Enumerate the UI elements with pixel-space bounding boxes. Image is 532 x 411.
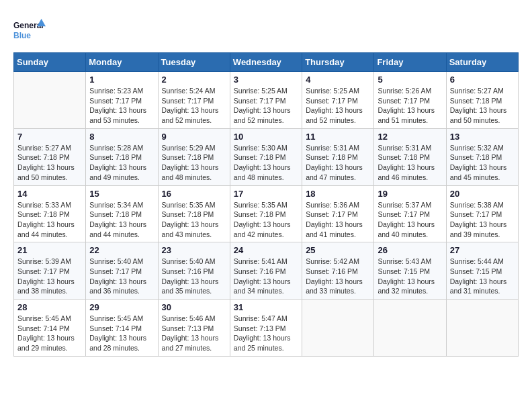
calendar-table: SundayMondayTuesdayWednesdayThursdayFrid… — [13, 52, 519, 357]
weekday-header-monday: Monday — [86, 53, 158, 72]
day-number: 5 — [378, 75, 442, 85]
day-number: 31 — [234, 302, 298, 312]
calendar-cell — [302, 300, 374, 357]
day-number: 1 — [89, 75, 154, 85]
day-number: 29 — [89, 302, 154, 312]
weekday-header-thursday: Thursday — [302, 53, 374, 72]
calendar-cell — [446, 300, 518, 357]
day-number: 4 — [306, 75, 370, 85]
day-number: 13 — [450, 132, 515, 142]
day-number: 16 — [162, 189, 226, 199]
calendar-cell — [374, 300, 446, 357]
calendar-cell: 21 Sunrise: 5:39 AM Sunset: 7:17 PM Dayl… — [14, 242, 86, 300]
week-row-3: 14 Sunrise: 5:33 AM Sunset: 7:18 PM Dayl… — [14, 185, 519, 242]
day-info: Sunrise: 5:28 AM Sunset: 7:18 PM Dayligh… — [89, 143, 154, 183]
calendar-cell: 30 Sunrise: 5:46 AM Sunset: 7:13 PM Dayl… — [158, 300, 230, 357]
calendar-cell: 5 Sunrise: 5:26 AM Sunset: 7:17 PM Dayli… — [374, 72, 446, 129]
week-row-4: 21 Sunrise: 5:39 AM Sunset: 7:17 PM Dayl… — [14, 242, 519, 300]
page-header: General Blue — [13, 13, 519, 46]
week-row-2: 7 Sunrise: 5:27 AM Sunset: 7:18 PM Dayli… — [14, 128, 519, 185]
day-info: Sunrise: 5:37 AM Sunset: 7:17 PM Dayligh… — [378, 200, 442, 240]
calendar-cell: 27 Sunrise: 5:44 AM Sunset: 7:15 PM Dayl… — [446, 242, 518, 300]
day-info: Sunrise: 5:33 AM Sunset: 7:18 PM Dayligh… — [17, 200, 82, 240]
day-number: 8 — [89, 132, 154, 142]
day-info: Sunrise: 5:26 AM Sunset: 7:17 PM Dayligh… — [378, 86, 442, 126]
calendar-cell: 11 Sunrise: 5:31 AM Sunset: 7:18 PM Dayl… — [302, 128, 374, 185]
day-number: 14 — [17, 189, 82, 199]
weekday-header-row: SundayMondayTuesdayWednesdayThursdayFrid… — [14, 53, 519, 72]
day-number: 6 — [450, 75, 515, 85]
day-info: Sunrise: 5:32 AM Sunset: 7:18 PM Dayligh… — [450, 143, 515, 183]
calendar-cell: 16 Sunrise: 5:35 AM Sunset: 7:18 PM Dayl… — [158, 185, 230, 242]
day-info: Sunrise: 5:27 AM Sunset: 7:18 PM Dayligh… — [17, 143, 82, 183]
calendar-cell: 15 Sunrise: 5:34 AM Sunset: 7:18 PM Dayl… — [86, 185, 158, 242]
calendar-cell: 10 Sunrise: 5:30 AM Sunset: 7:18 PM Dayl… — [230, 128, 302, 185]
calendar-cell: 9 Sunrise: 5:29 AM Sunset: 7:18 PM Dayli… — [158, 128, 230, 185]
calendar-cell: 25 Sunrise: 5:42 AM Sunset: 7:16 PM Dayl… — [302, 242, 374, 300]
calendar-cell: 6 Sunrise: 5:27 AM Sunset: 7:18 PM Dayli… — [446, 72, 518, 129]
day-info: Sunrise: 5:34 AM Sunset: 7:18 PM Dayligh… — [89, 200, 154, 240]
day-info: Sunrise: 5:46 AM Sunset: 7:13 PM Dayligh… — [162, 314, 226, 353]
weekday-header-wednesday: Wednesday — [230, 53, 302, 72]
day-info: Sunrise: 5:25 AM Sunset: 7:17 PM Dayligh… — [306, 86, 370, 126]
day-info: Sunrise: 5:45 AM Sunset: 7:14 PM Dayligh… — [17, 314, 82, 353]
day-number: 27 — [450, 245, 515, 255]
day-number: 28 — [17, 302, 82, 312]
day-info: Sunrise: 5:41 AM Sunset: 7:16 PM Dayligh… — [234, 257, 298, 296]
day-info: Sunrise: 5:25 AM Sunset: 7:17 PM Dayligh… — [234, 86, 298, 126]
calendar-cell: 12 Sunrise: 5:31 AM Sunset: 7:18 PM Dayl… — [374, 128, 446, 185]
day-number: 22 — [89, 245, 154, 255]
day-info: Sunrise: 5:40 AM Sunset: 7:17 PM Dayligh… — [89, 257, 154, 296]
day-number: 24 — [234, 245, 298, 255]
calendar-cell: 7 Sunrise: 5:27 AM Sunset: 7:18 PM Dayli… — [14, 128, 86, 185]
calendar-cell: 3 Sunrise: 5:25 AM Sunset: 7:17 PM Dayli… — [230, 72, 302, 129]
calendar-cell: 1 Sunrise: 5:23 AM Sunset: 7:17 PM Dayli… — [86, 72, 158, 129]
calendar-cell: 22 Sunrise: 5:40 AM Sunset: 7:17 PM Dayl… — [86, 242, 158, 300]
day-info: Sunrise: 5:47 AM Sunset: 7:13 PM Dayligh… — [234, 314, 298, 353]
day-number: 15 — [89, 189, 154, 199]
calendar-cell: 14 Sunrise: 5:33 AM Sunset: 7:18 PM Dayl… — [14, 185, 86, 242]
day-info: Sunrise: 5:30 AM Sunset: 7:18 PM Dayligh… — [234, 143, 298, 183]
calendar-cell: 23 Sunrise: 5:40 AM Sunset: 7:16 PM Dayl… — [158, 242, 230, 300]
day-number: 18 — [306, 189, 370, 199]
day-info: Sunrise: 5:31 AM Sunset: 7:18 PM Dayligh… — [306, 143, 370, 183]
calendar-cell: 28 Sunrise: 5:45 AM Sunset: 7:14 PM Dayl… — [14, 300, 86, 357]
day-info: Sunrise: 5:27 AM Sunset: 7:18 PM Dayligh… — [450, 86, 515, 126]
calendar-cell: 26 Sunrise: 5:43 AM Sunset: 7:15 PM Dayl… — [374, 242, 446, 300]
day-number: 26 — [378, 245, 442, 255]
day-number: 30 — [162, 302, 226, 312]
day-number: 3 — [234, 75, 298, 85]
day-number: 11 — [306, 132, 370, 142]
calendar-cell: 2 Sunrise: 5:24 AM Sunset: 7:17 PM Dayli… — [158, 72, 230, 129]
day-info: Sunrise: 5:35 AM Sunset: 7:18 PM Dayligh… — [234, 200, 298, 240]
day-info: Sunrise: 5:24 AM Sunset: 7:17 PM Dayligh… — [162, 86, 226, 126]
day-number: 19 — [378, 189, 442, 199]
calendar-cell: 31 Sunrise: 5:47 AM Sunset: 7:13 PM Dayl… — [230, 300, 302, 357]
day-number: 7 — [17, 132, 82, 142]
day-info: Sunrise: 5:45 AM Sunset: 7:14 PM Dayligh… — [89, 314, 154, 353]
calendar-cell: 20 Sunrise: 5:38 AM Sunset: 7:17 PM Dayl… — [446, 185, 518, 242]
day-info: Sunrise: 5:35 AM Sunset: 7:18 PM Dayligh… — [162, 200, 226, 240]
day-info: Sunrise: 5:36 AM Sunset: 7:17 PM Dayligh… — [306, 200, 370, 240]
day-info: Sunrise: 5:42 AM Sunset: 7:16 PM Dayligh… — [306, 257, 370, 296]
day-info: Sunrise: 5:29 AM Sunset: 7:18 PM Dayligh… — [162, 143, 226, 183]
calendar-cell: 24 Sunrise: 5:41 AM Sunset: 7:16 PM Dayl… — [230, 242, 302, 300]
day-info: Sunrise: 5:43 AM Sunset: 7:15 PM Dayligh… — [378, 257, 442, 296]
day-info: Sunrise: 5:39 AM Sunset: 7:17 PM Dayligh… — [17, 257, 82, 296]
weekday-header-saturday: Saturday — [446, 53, 518, 72]
calendar-cell: 17 Sunrise: 5:35 AM Sunset: 7:18 PM Dayl… — [230, 185, 302, 242]
week-row-1: 1 Sunrise: 5:23 AM Sunset: 7:17 PM Dayli… — [14, 72, 519, 129]
day-number: 21 — [17, 245, 82, 255]
calendar-cell: 29 Sunrise: 5:45 AM Sunset: 7:14 PM Dayl… — [86, 300, 158, 357]
day-info: Sunrise: 5:23 AM Sunset: 7:17 PM Dayligh… — [89, 86, 154, 126]
calendar-cell: 13 Sunrise: 5:32 AM Sunset: 7:18 PM Dayl… — [446, 128, 518, 185]
calendar-cell: 4 Sunrise: 5:25 AM Sunset: 7:17 PM Dayli… — [302, 72, 374, 129]
day-number: 20 — [450, 189, 515, 199]
calendar-cell: 19 Sunrise: 5:37 AM Sunset: 7:17 PM Dayl… — [374, 185, 446, 242]
day-number: 17 — [234, 189, 298, 199]
weekday-header-friday: Friday — [374, 53, 446, 72]
logo: General Blue — [13, 13, 46, 46]
weekday-header-sunday: Sunday — [14, 53, 86, 72]
day-number: 12 — [378, 132, 442, 142]
day-number: 9 — [162, 132, 226, 142]
